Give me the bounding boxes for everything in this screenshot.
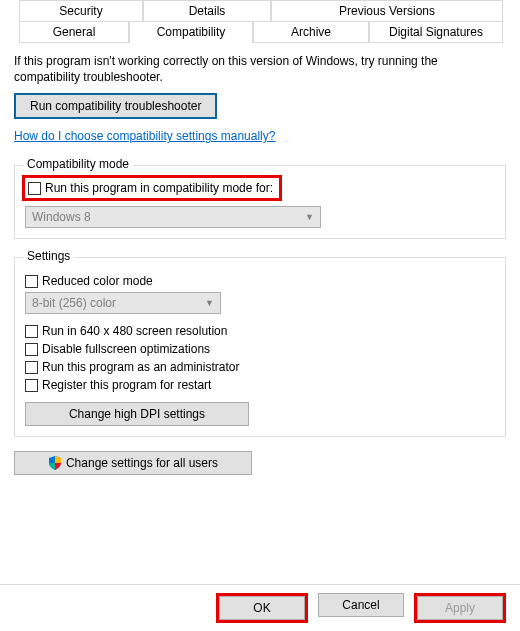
ok-button[interactable]: OK xyxy=(219,596,305,620)
combo-color-mode[interactable]: 8-bit (256) color ▼ xyxy=(25,292,221,314)
checkbox-640x480-label: Run in 640 x 480 screen resolution xyxy=(42,324,227,338)
cancel-button[interactable]: Cancel xyxy=(318,593,404,617)
combo-os-version[interactable]: Windows 8 ▼ xyxy=(25,206,321,228)
chevron-down-icon: ▼ xyxy=(305,212,314,222)
run-troubleshooter-button[interactable]: Run compatibility troubleshooter xyxy=(14,93,217,119)
tab-compatibility[interactable]: Compatibility xyxy=(129,21,253,44)
group-label-compat: Compatibility mode xyxy=(23,157,133,171)
checkbox-register-restart[interactable] xyxy=(25,379,38,392)
tab-page-compatibility: If this program isn't working correctly … xyxy=(0,43,520,475)
combo-os-version-value: Windows 8 xyxy=(32,210,91,224)
checkbox-compat-mode[interactable] xyxy=(28,182,41,195)
checkbox-register-restart-label: Register this program for restart xyxy=(42,378,211,392)
manual-settings-link[interactable]: How do I choose compatibility settings m… xyxy=(14,129,275,143)
change-all-users-label: Change settings for all users xyxy=(66,456,218,470)
shield-icon xyxy=(48,456,62,470)
tab-previous-versions[interactable]: Previous Versions xyxy=(271,0,503,22)
tab-security[interactable]: Security xyxy=(19,0,143,22)
checkbox-run-admin-label: Run this program as an administrator xyxy=(42,360,239,374)
chevron-down-icon: ▼ xyxy=(205,298,214,308)
checkbox-disable-fullscreen-label: Disable fullscreen optimizations xyxy=(42,342,210,356)
combo-color-mode-value: 8-bit (256) color xyxy=(32,296,116,310)
tab-archive[interactable]: Archive xyxy=(253,21,369,43)
group-label-settings: Settings xyxy=(23,249,74,263)
highlight-apply: Apply xyxy=(414,593,506,623)
checkbox-reduced-color[interactable] xyxy=(25,275,38,288)
tab-digital-signatures[interactable]: Digital Signatures xyxy=(369,21,503,43)
checkbox-reduced-color-label: Reduced color mode xyxy=(42,274,153,288)
apply-button[interactable]: Apply xyxy=(417,596,503,620)
group-compatibility-mode: Compatibility mode Run this program in c… xyxy=(14,165,506,239)
highlight-ok: OK xyxy=(216,593,308,623)
checkbox-disable-fullscreen[interactable] xyxy=(25,343,38,356)
intro-text: If this program isn't working correctly … xyxy=(14,53,506,85)
checkbox-compat-mode-label: Run this program in compatibility mode f… xyxy=(45,181,273,195)
tab-details[interactable]: Details xyxy=(143,0,271,22)
change-dpi-button[interactable]: Change high DPI settings xyxy=(25,402,249,426)
change-all-users-button[interactable]: Change settings for all users xyxy=(14,451,252,475)
dialog-footer: OK Cancel Apply xyxy=(0,584,520,631)
checkbox-640x480[interactable] xyxy=(25,325,38,338)
tab-general[interactable]: General xyxy=(19,21,129,43)
checkbox-run-admin[interactable] xyxy=(25,361,38,374)
group-settings: Settings Reduced color mode 8-bit (256) … xyxy=(14,257,506,437)
highlight-compat-checkbox: Run this program in compatibility mode f… xyxy=(22,175,282,201)
tab-strip: Security Details Previous Versions Gener… xyxy=(0,0,520,43)
